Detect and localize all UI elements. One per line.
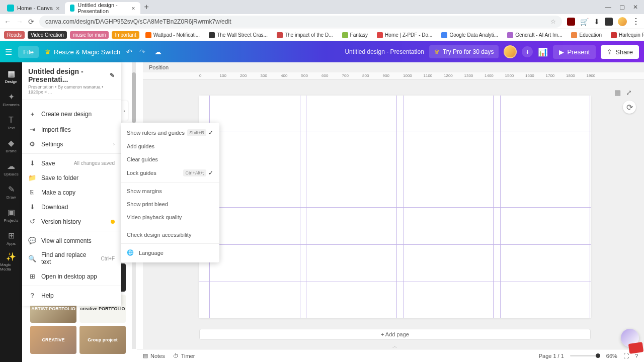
bookmark-google[interactable]: Google Data Analyti... [438, 31, 501, 39]
bookmark-reads[interactable]: Reads [4, 31, 25, 39]
horizontal-guide[interactable] [199, 244, 591, 245]
expand-icon[interactable]: ⤢ [626, 88, 632, 97]
settings-check-design-accessibility[interactable]: Check design accessibility [121, 228, 219, 241]
vertical-guide[interactable] [493, 96, 494, 318]
rail-brand[interactable]: ◆Brand [0, 135, 22, 157]
reload-button[interactable]: ⟳ [28, 18, 34, 26]
file-menu-settings[interactable]: ⚙Settings› [22, 137, 121, 151]
file-button[interactable]: File [18, 46, 39, 58]
settings-show-print-bleed[interactable]: Show print bleed [121, 198, 219, 211]
canvas-page[interactable] [199, 96, 591, 318]
horizontal-guide[interactable] [199, 132, 591, 132]
extension-icon[interactable] [605, 18, 613, 26]
bookmark-gencraft[interactable]: Gencraft - AI Art Im... [504, 31, 565, 39]
template-thumb[interactable]: CREATIVE [30, 326, 76, 354]
rail-magic-media[interactable]: ✨Magic Media [0, 250, 22, 273]
undo-button[interactable]: ↶ [126, 48, 132, 56]
document-title[interactable]: Untitled design - Presentation [345, 48, 424, 55]
bookmark-music[interactable]: music for mum [70, 31, 109, 39]
tab-close-icon[interactable]: × [131, 5, 135, 12]
file-menu-make-a-copy[interactable]: ⎘Make a copy [22, 185, 121, 200]
settings-show-margins[interactable]: Show margins [121, 185, 219, 198]
download-icon[interactable]: ⬇ [594, 18, 600, 26]
back-button[interactable]: ← [4, 18, 11, 26]
timer-button[interactable]: ⏱Timer [173, 353, 195, 359]
address-bar[interactable]: canva.com/design/DAGHP952svQ/sCA8MeTBn2Z… [39, 16, 562, 28]
rail-apps[interactable]: ⊞Apps [0, 227, 22, 249]
vertical-guide[interactable] [300, 96, 300, 318]
settings-video-playback-quality[interactable]: Video playback quality [121, 211, 219, 224]
user-avatar[interactable] [504, 45, 517, 58]
add-user-button[interactable]: + [522, 46, 533, 57]
bookmark-harlequin[interactable]: Harlequin Romance... [608, 31, 644, 39]
collapse-panel-button[interactable]: › [121, 101, 128, 121]
profile-avatar[interactable] [618, 17, 627, 26]
tab-home-canva[interactable]: Home - Canva × [2, 2, 65, 14]
settings-language[interactable]: 🌐Language [121, 246, 219, 259]
bookmark-fantasy[interactable]: Fantasy [339, 31, 371, 39]
rail-projects[interactable]: ▣Projects [0, 204, 22, 226]
file-menu-download[interactable]: ⬇Download [22, 200, 121, 214]
maximize-icon[interactable]: ▢ [619, 4, 625, 11]
analytics-icon[interactable]: 📊 [538, 47, 548, 57]
close-icon[interactable]: ✕ [633, 4, 638, 11]
design-title[interactable]: Untitled design - Presentati... [28, 67, 110, 83]
help-icon[interactable]: ? [635, 353, 638, 359]
vertical-guide[interactable] [500, 96, 501, 318]
try-pro-button[interactable]: ♛ Try Pro for 30 days [429, 45, 499, 58]
rail-draw[interactable]: ✎Draw [0, 181, 22, 203]
horizontal-guide[interactable] [199, 207, 591, 208]
file-menu-open-in-desktop-app[interactable]: ⊞Open in desktop app [22, 269, 121, 284]
file-menu-import-files[interactable]: ⇥Import files [22, 122, 121, 137]
file-menu-save-to-folder[interactable]: 📁Save to folder [22, 170, 121, 185]
bookmark-wallstreet[interactable]: The Wall Street Cras... [206, 31, 271, 39]
menu-icon[interactable]: ☰ [5, 47, 12, 57]
file-menu-version-history[interactable]: ↺Version history [22, 214, 121, 229]
bookmark-impact[interactable]: The impact of the D... [274, 31, 336, 39]
file-menu-create-new-design[interactable]: ＋Create new design [22, 106, 121, 122]
refresh-button[interactable]: ⟳ [623, 101, 636, 114]
zoom-slider-thumb[interactable] [596, 353, 600, 358]
bookmark-education[interactable]: Education [568, 31, 604, 39]
rail-design[interactable]: ▦Design [0, 65, 22, 87]
file-menu-help[interactable]: ?Help [22, 288, 121, 303]
rail-elements[interactable]: ✦Elements [0, 88, 22, 111]
settings-lock-guides[interactable]: Lock guidesCtrl+Alt+;✓ [121, 166, 219, 180]
file-menu-find-and-replace-text[interactable]: 🔍Find and replace textCtrl+F [22, 248, 121, 269]
bookmark-zpdf[interactable]: Home | Z-PDF - Do... [374, 31, 435, 39]
horizontal-guide[interactable] [199, 282, 591, 282]
resize-button[interactable]: ♛ Resize & Magic Switch [45, 48, 120, 56]
vertical-guide[interactable] [404, 96, 404, 318]
rail-text[interactable]: TText [0, 112, 22, 134]
star-icon[interactable]: ☆ [550, 18, 556, 25]
new-tab-button[interactable]: + [140, 3, 153, 12]
fullscreen-icon[interactable]: ⛶ [623, 353, 629, 359]
position-button[interactable]: Position [149, 64, 169, 70]
tab-close-icon[interactable]: × [56, 5, 60, 12]
settings-show-rulers-and-guides[interactable]: Show rulers and guidesShift+R✓ [121, 126, 219, 140]
rail-uploads[interactable]: ☁Uploads [0, 158, 22, 180]
notes-button[interactable]: ▤Notes [143, 352, 165, 359]
tab-untitled-design[interactable]: Untitled design - Presentation × [65, 2, 140, 14]
bookmark-wattpad[interactable]: Wattpad - Notificati... [142, 31, 203, 39]
file-menu-view-all-comments[interactable]: 💬View all comments [22, 233, 121, 248]
vertical-guide[interactable] [396, 96, 397, 318]
slide-tray-handle[interactable]: ︿ [389, 343, 400, 347]
scrollbar-thumb[interactable] [132, 72, 136, 123]
template-thumb[interactable]: Group project [79, 326, 126, 354]
zoom-percent[interactable]: 66% [606, 353, 617, 359]
page-indicator[interactable]: Page 1 / 1 [539, 353, 564, 359]
settings-add-guides[interactable]: Add guides [121, 140, 219, 153]
file-menu-save[interactable]: ⬇SaveAll changes saved [22, 156, 121, 170]
share-button[interactable]: ⇪ Share [601, 45, 639, 59]
add-page-button[interactable]: + Add page [199, 329, 591, 340]
bookmark-video[interactable]: Video Creation [28, 31, 67, 39]
edit-title-icon[interactable]: ✎ [110, 72, 115, 79]
bookmark-important[interactable]: Important [112, 31, 139, 39]
cloud-sync-icon[interactable]: ☁ [154, 48, 162, 56]
vertical-guide[interactable] [306, 96, 306, 318]
grid-icon[interactable]: ▦ [614, 88, 621, 97]
floating-badge[interactable] [628, 342, 644, 354]
present-button[interactable]: ▶ Present [553, 45, 596, 59]
minimize-icon[interactable]: — [605, 4, 611, 11]
